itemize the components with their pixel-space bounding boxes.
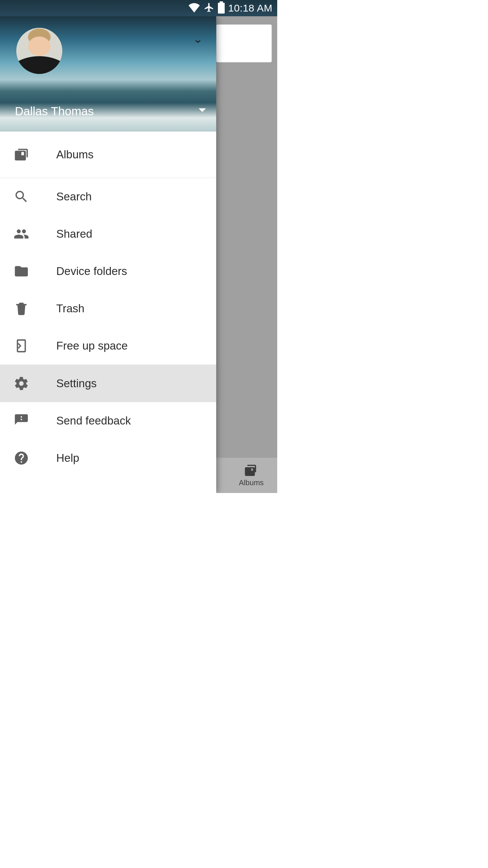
help-icon: [13, 450, 30, 467]
folder-icon: [13, 263, 30, 280]
drawer-item-albums[interactable]: Albums: [0, 132, 216, 178]
people-icon: [13, 225, 30, 242]
drawer-item-device-folders[interactable]: Device folders: [0, 253, 216, 290]
chevron-down-icon: [198, 108, 207, 115]
drawer-item-free-up-space[interactable]: Free up space: [0, 327, 216, 364]
status-bar: 10:18 AM: [0, 0, 277, 16]
drawer-item-trash[interactable]: Trash: [0, 290, 216, 327]
search-icon: [13, 188, 30, 205]
avatar[interactable]: [16, 28, 62, 74]
drawer-item-label: Shared: [56, 228, 92, 240]
drawer-item-shared[interactable]: Shared: [0, 215, 216, 253]
free-space-icon: [13, 337, 30, 354]
drawer-item-label: Help: [56, 452, 79, 465]
account-name: Dallas Thomas: [15, 104, 94, 118]
airplane-mode-icon: [204, 2, 215, 14]
drawer-item-label: Device folders: [56, 265, 127, 278]
bird-silhouette: ⌄: [193, 33, 203, 45]
drawer-item-help[interactable]: Help: [0, 439, 216, 477]
svg-rect-0: [21, 152, 24, 155]
navigation-drawer: ⌄ Dallas Thomas Albums Sea: [0, 16, 216, 493]
trash-icon: [13, 300, 30, 317]
drawer-header: ⌄ Dallas Thomas: [0, 16, 216, 132]
bottom-nav-item-albums[interactable]: Albums: [239, 463, 264, 487]
drawer-item-send-feedback[interactable]: Send feedback: [0, 402, 216, 439]
drawer-item-label: Free up space: [56, 339, 128, 352]
drawer-item-label: Trash: [56, 302, 84, 315]
drawer-item-label: Search: [56, 190, 92, 203]
drawer-item-label: Settings: [56, 377, 97, 390]
drawer-item-settings[interactable]: Settings: [0, 365, 216, 402]
albums-icon: [13, 146, 30, 163]
albums-icon: [244, 463, 259, 478]
battery-icon: [218, 3, 225, 14]
account-switcher[interactable]: Dallas Thomas: [15, 104, 207, 118]
drawer-item-label: Send feedback: [56, 414, 131, 427]
bottom-nav-label: Albums: [239, 478, 264, 487]
feedback-icon: [13, 412, 30, 429]
drawer-item-search[interactable]: Search: [0, 178, 216, 215]
background-card: [216, 24, 272, 62]
gear-icon: [13, 375, 30, 392]
drawer-list: Albums Search Shared Device folders: [0, 132, 216, 493]
drawer-item-label: Albums: [56, 148, 94, 161]
wifi-icon: [188, 2, 200, 14]
status-bar-clock: 10:18 AM: [228, 2, 272, 14]
